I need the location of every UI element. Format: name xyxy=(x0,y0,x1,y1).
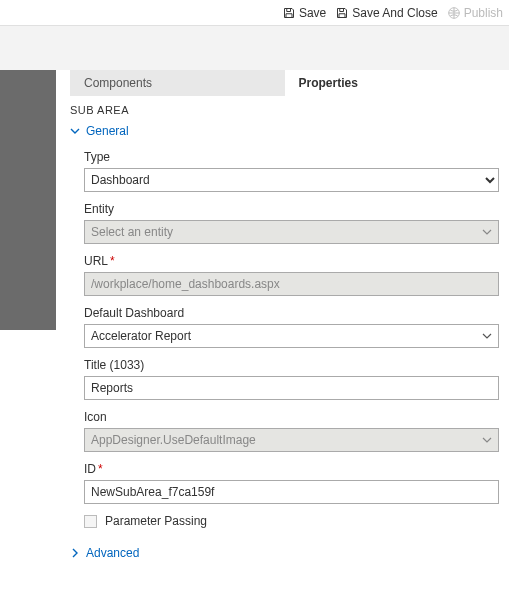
group-general-label: General xyxy=(86,124,129,138)
group-general-toggle[interactable]: General xyxy=(70,124,499,138)
entity-placeholder: Select an entity xyxy=(91,225,173,239)
title-label: Title (1033) xyxy=(84,358,499,372)
toolbar: Save Save And Close Publish xyxy=(0,0,509,26)
save-label: Save xyxy=(299,6,326,20)
id-label: ID* xyxy=(84,462,499,476)
chevron-down-icon xyxy=(482,227,492,237)
field-default-dashboard: Default Dashboard Accelerator Report xyxy=(84,306,499,348)
icon-select: AppDesigner.UseDefaultImage xyxy=(84,428,499,452)
tab-bar: Components Properties xyxy=(70,70,499,96)
chevron-down-icon xyxy=(70,126,80,136)
title-input[interactable] xyxy=(84,376,499,400)
url-label: URL* xyxy=(84,254,499,268)
default-dashboard-select[interactable]: Accelerator Report xyxy=(84,324,499,348)
default-dashboard-value: Accelerator Report xyxy=(91,329,191,343)
save-icon xyxy=(283,7,295,19)
required-mark: * xyxy=(110,254,115,268)
field-type: Type Dashboard xyxy=(84,150,499,192)
publish-icon xyxy=(448,7,460,19)
section-title: SUB AREA xyxy=(70,104,499,116)
header-strip xyxy=(0,26,509,70)
required-mark: * xyxy=(98,462,103,476)
parameter-passing-checkbox[interactable] xyxy=(84,515,97,528)
entity-label: Entity xyxy=(84,202,499,216)
properties-panel: Components Properties SUB AREA General T… xyxy=(56,70,509,600)
parameter-passing-label: Parameter Passing xyxy=(105,514,207,528)
save-close-icon xyxy=(336,7,348,19)
icon-value: AppDesigner.UseDefaultImage xyxy=(91,433,256,447)
field-url: URL* xyxy=(84,254,499,296)
save-close-label: Save And Close xyxy=(352,6,437,20)
chevron-down-icon xyxy=(482,331,492,341)
general-group: Type Dashboard Entity Select an entity U… xyxy=(70,150,499,528)
url-input xyxy=(84,272,499,296)
type-label: Type xyxy=(84,150,499,164)
field-title: Title (1033) xyxy=(84,358,499,400)
tab-properties[interactable]: Properties xyxy=(285,70,500,96)
type-select[interactable]: Dashboard xyxy=(84,168,499,192)
save-close-button[interactable]: Save And Close xyxy=(336,6,437,20)
entity-select: Select an entity xyxy=(84,220,499,244)
publish-label: Publish xyxy=(464,6,503,20)
field-icon: Icon AppDesigner.UseDefaultImage xyxy=(84,410,499,452)
left-rail xyxy=(0,70,56,330)
group-advanced-label: Advanced xyxy=(86,546,139,560)
save-button[interactable]: Save xyxy=(283,6,326,20)
field-entity: Entity Select an entity xyxy=(84,202,499,244)
icon-label: Icon xyxy=(84,410,499,424)
publish-button: Publish xyxy=(448,6,503,20)
id-input[interactable] xyxy=(84,480,499,504)
default-dashboard-label: Default Dashboard xyxy=(84,306,499,320)
field-parameter-passing[interactable]: Parameter Passing xyxy=(84,514,499,528)
group-advanced-toggle[interactable]: Advanced xyxy=(70,546,499,560)
tab-components[interactable]: Components xyxy=(70,70,285,96)
chevron-right-icon xyxy=(70,548,80,558)
field-id: ID* xyxy=(84,462,499,504)
chevron-down-icon xyxy=(482,435,492,445)
